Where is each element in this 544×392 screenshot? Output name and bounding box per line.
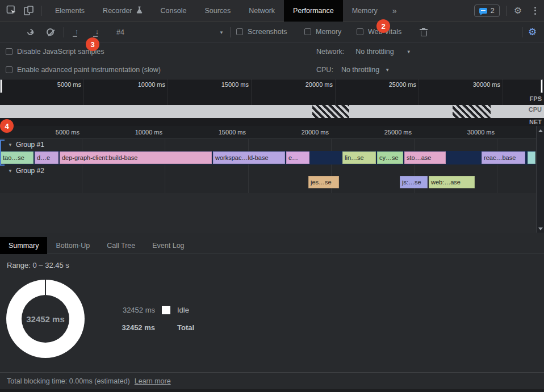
issues-count: 2 — [491, 7, 495, 15]
group-header-2[interactable]: ▼Group #2 — [8, 167, 44, 175]
tab-console[interactable]: Console — [152, 0, 196, 22]
details-tab-summary[interactable]: Summary — [0, 237, 47, 254]
flame-event-bar[interactable]: dep-graph-client:build-base — [60, 151, 212, 164]
inspect-element-icon[interactable] — [6, 5, 17, 16]
cpu-throttle-hatch — [312, 105, 349, 118]
cpu-throttling-select[interactable]: CPU: No throttling ▼ — [316, 66, 390, 74]
save-profile-button[interactable]: ↓ — [93, 28, 101, 35]
flame-event-bar[interactable]: tao…se — [1, 151, 34, 164]
group-name: Group #2 — [16, 167, 44, 175]
legend-row: 32452 msIdle — [116, 306, 223, 314]
flame-event-bar[interactable]: sto…ase — [404, 151, 446, 164]
overview-tick-label: 5000 ms — [57, 81, 81, 88]
details-tab-bottom-up[interactable]: Bottom-Up — [47, 237, 98, 254]
session-dropdown-caret-icon[interactable]: ▼ — [219, 30, 224, 35]
annotation-badge-3[interactable]: 3 — [86, 37, 99, 51]
settings-checkbox-row[interactable]: Enable advanced paint instrumentation (s… — [6, 66, 161, 74]
tab-memory[interactable]: Memory — [343, 0, 387, 22]
cpu-label: CPU: — [316, 66, 333, 74]
toolbar-checkbox-screenshots[interactable]: Screenshots — [236, 28, 287, 36]
learn-more-link[interactable]: Learn more — [135, 377, 171, 385]
legend-value: 32452 ms — [116, 306, 155, 314]
checkbox-label: Screenshots — [248, 28, 287, 36]
group-name: Group #1 — [16, 141, 44, 149]
panel-tabs: ElementsRecorderConsoleSourcesNetworkPer… — [46, 0, 387, 22]
flame-scrollbar[interactable] — [536, 126, 544, 233]
overview-left-handle[interactable] — [0, 79, 2, 93]
group-header-1[interactable]: ▼Group #1 — [8, 141, 44, 149]
legend-value: 32452 ms — [116, 323, 155, 332]
flame-event-bar[interactable]: web:…ase — [429, 176, 475, 188]
chevron-down-icon: ▼ — [407, 49, 411, 54]
settings-gear-icon[interactable]: ⚙ — [509, 6, 526, 15]
capture-settings-gear-icon[interactable]: ⚙ — [528, 27, 537, 37]
customize-menu-icon[interactable] — [526, 7, 544, 15]
collapse-triangle-icon: ▼ — [8, 142, 12, 147]
flame-event-bar[interactable]: lin…se — [342, 151, 376, 164]
tab-recorder[interactable]: Recorder — [94, 0, 151, 22]
cpu-value: No throttling — [341, 66, 379, 74]
scroll-down-icon[interactable] — [538, 227, 543, 230]
load-profile-button[interactable]: ↑ — [73, 28, 81, 35]
details-tab-event-log[interactable]: Event Log — [144, 237, 193, 254]
more-tabs-button[interactable]: » — [387, 6, 403, 15]
network-throttling-select[interactable]: Network: No throttling ▼ — [316, 48, 411, 56]
chevron-down-icon: ▼ — [385, 68, 390, 73]
flame-event-bar[interactable]: e… — [286, 151, 309, 164]
flame-event-bar[interactable]: cy…se — [377, 151, 403, 164]
checkbox-icon[interactable] — [304, 28, 311, 35]
flame-event-bar[interactable] — [528, 151, 535, 164]
summary-donut-chart: 32452 ms — [6, 280, 85, 358]
timeline-overview[interactable]: 5000 ms10000 ms15000 ms20000 ms25000 ms3… — [0, 79, 544, 126]
tab-network[interactable]: Network — [240, 0, 284, 22]
bottom-strip — [0, 389, 544, 392]
trash-icon[interactable] — [420, 28, 428, 36]
checkbox-icon[interactable] — [357, 28, 363, 35]
network-value: No throttling — [355, 48, 394, 56]
footer-statusbar: Total blocking time: 0.00ms (estimated) … — [0, 372, 544, 389]
lane-label-net: NET — [529, 119, 542, 125]
toolbar-divider — [522, 27, 522, 37]
flame-event-bar[interactable]: d…e — [35, 151, 58, 164]
overview-right-handle[interactable] — [541, 79, 543, 93]
capture-settings-pane: Disable JavaScript samplesEnable advance… — [0, 43, 544, 79]
overview-tick-label: 20000 ms — [306, 81, 333, 88]
checkbox-label: Memory — [316, 28, 341, 36]
legend-label: Idle — [177, 306, 223, 314]
donut-slice-seam — [45, 280, 46, 295]
devtools-tabbar: ElementsRecorderConsoleSourcesNetworkPer… — [0, 0, 544, 22]
legend-row: 32452 msTotal — [116, 323, 223, 332]
flame-tick-label: 25000 ms — [384, 129, 412, 136]
checkbox-icon[interactable] — [236, 28, 243, 35]
overview-tick-label: 10000 ms — [138, 81, 165, 88]
flame-event-bar[interactable]: jes…se — [308, 176, 339, 188]
checkbox-icon[interactable] — [6, 66, 12, 73]
flame-event-bar[interactable]: reac…base — [482, 151, 525, 164]
annotation-badge-4[interactable]: 4 — [0, 119, 14, 133]
tab-sources[interactable]: Sources — [195, 0, 240, 22]
device-toolbar-icon[interactable] — [23, 5, 34, 16]
flame-tick-label: 20000 ms — [302, 129, 329, 136]
tabbar-divider — [41, 6, 41, 16]
issues-counter-button[interactable]: 2 — [474, 5, 500, 17]
flame-event-bar[interactable]: workspac…ld-base — [213, 151, 285, 164]
tab-elements[interactable]: Elements — [46, 0, 94, 22]
summary-pane: Range: 0 – 32.45 s 32452 ms 32452 msIdle… — [0, 255, 544, 372]
clear-button[interactable] — [47, 28, 54, 36]
flame-ruler — [0, 126, 544, 139]
annotation-badge-2[interactable]: 2 — [376, 19, 390, 33]
details-tab-call-tree[interactable]: Call Tree — [98, 237, 144, 254]
overview-tick-label: 30000 ms — [473, 81, 500, 88]
overview-net-lane — [0, 118, 544, 126]
flame-event-bar[interactable]: js:…se — [400, 176, 428, 188]
overview-cpu-band — [0, 105, 544, 118]
reload-and-record-button[interactable] — [27, 29, 34, 35]
flame-chart[interactable]: 5000 ms10000 ms15000 ms20000 ms25000 ms3… — [0, 126, 544, 233]
checkbox-icon[interactable] — [6, 48, 12, 55]
tab-performance[interactable]: Performance — [284, 0, 343, 22]
devtools-performance-panel: ElementsRecorderConsoleSourcesNetworkPer… — [0, 0, 544, 392]
range-label: Range: 0 – 32.45 s — [7, 261, 69, 269]
scroll-up-icon[interactable] — [538, 129, 543, 132]
cpu-throttle-hatch — [453, 105, 491, 118]
toolbar-checkbox-memory[interactable]: Memory — [304, 28, 341, 36]
